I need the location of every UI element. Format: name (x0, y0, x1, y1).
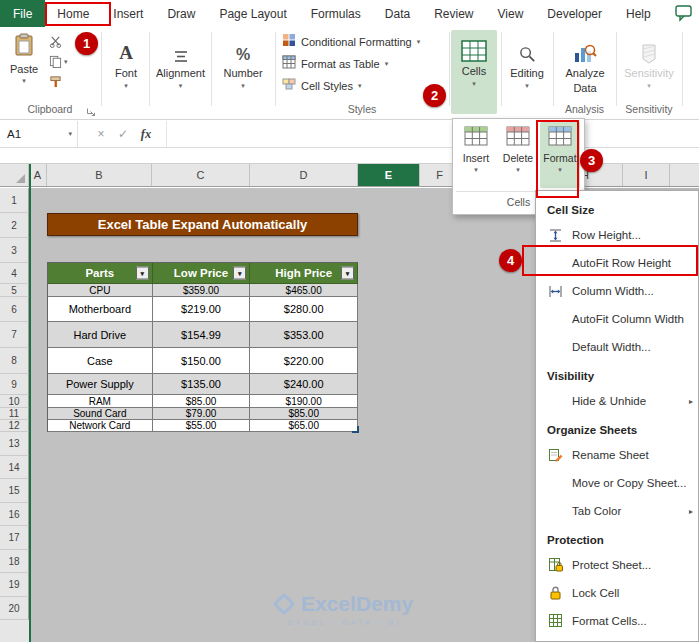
tab-insert[interactable]: Insert (101, 0, 155, 27)
table-cell[interactable]: $280.00 (250, 297, 358, 322)
menu-item-column-width[interactable]: Column Width... (536, 277, 698, 305)
menu-item-row-height[interactable]: Row Height... (536, 221, 698, 249)
table-cell[interactable]: $220.00 (250, 348, 358, 374)
cells-group-button[interactable]: Cells ▾ (451, 30, 497, 114)
row-header[interactable]: 16 (0, 503, 29, 526)
delete-button[interactable]: Delete ▾ (498, 122, 538, 188)
column-header[interactable]: A (29, 164, 47, 186)
menu-item-tab-color[interactable]: Tab Color ▸ (536, 497, 698, 525)
format-painter-button[interactable] (49, 74, 68, 89)
table-cell[interactable]: $353.00 (250, 322, 358, 348)
menu-item-default-width[interactable]: Default Width... (536, 333, 698, 361)
table-cell[interactable]: Hard Drive (48, 322, 153, 348)
table-cell[interactable]: $65.00 (250, 420, 358, 432)
tab-developer[interactable]: Developer (535, 0, 614, 27)
row-header[interactable]: 6 (0, 297, 29, 322)
table-cell[interactable]: $240.00 (250, 374, 358, 395)
tab-formulas[interactable]: Formulas (299, 0, 373, 27)
row-header[interactable]: 5 (0, 284, 29, 297)
filter-dropdown-icon[interactable]: ▾ (341, 267, 354, 280)
row-header[interactable]: 20 (0, 597, 29, 620)
analyze-data-button[interactable]: Analyze Data (555, 32, 615, 94)
column-header[interactable]: B (47, 164, 152, 186)
table-cell[interactable]: $135.00 (153, 374, 251, 395)
table-header-cell[interactable]: Low Price▾ (153, 263, 251, 284)
editing-group-button[interactable]: Editing ▾ (502, 32, 552, 90)
table-cell[interactable]: $190.00 (250, 395, 358, 408)
table-header-cell[interactable]: Parts▾ (48, 263, 153, 284)
number-group-button[interactable]: % Number ▾ (212, 32, 274, 90)
menu-item-autofit-column-width[interactable]: AutoFit Column Width (536, 305, 698, 333)
column-header[interactable]: I (623, 164, 670, 186)
table-cell[interactable]: RAM (48, 395, 153, 408)
column-header[interactable]: C (152, 164, 250, 186)
name-box[interactable]: A1 ▾ (0, 121, 78, 147)
table-cell[interactable]: $85.00 (153, 395, 251, 408)
menu-item-move-copy-sheet[interactable]: Move or Copy Sheet... (536, 469, 698, 497)
column-header[interactable]: D (250, 164, 358, 186)
tab-view[interactable]: View (486, 0, 536, 27)
insert-button[interactable]: Insert ▾ (456, 122, 496, 188)
insert-function-icon[interactable]: fx (134, 127, 158, 142)
tab-data[interactable]: Data (373, 0, 422, 27)
format-as-table-button[interactable]: Format as Table ▾ (282, 55, 388, 72)
table-cell[interactable]: Network Card (48, 420, 153, 432)
filter-dropdown-icon[interactable]: ▾ (233, 267, 246, 280)
row-header[interactable]: 11 (0, 408, 29, 420)
format-button[interactable]: Format ▾ (540, 122, 580, 188)
row-header[interactable]: 17 (0, 526, 29, 550)
row-header[interactable]: 3 (0, 238, 29, 263)
table-cell[interactable]: $359.00 (153, 284, 251, 297)
menu-item-lock-cell[interactable]: Lock Cell (536, 579, 698, 607)
row-header[interactable]: 4 (0, 263, 29, 284)
tab-review[interactable]: Review (422, 0, 485, 27)
cancel-icon[interactable]: × (90, 127, 112, 141)
column-header-selected[interactable]: E (358, 164, 420, 186)
row-header[interactable]: 7 (0, 322, 29, 348)
row-header[interactable]: 9 (0, 374, 29, 395)
font-group-button[interactable]: A Font ▾ (103, 32, 149, 90)
table-cell[interactable]: Power Supply (48, 374, 153, 395)
clipboard-dialog-launcher-icon[interactable] (86, 103, 97, 114)
row-header[interactable]: 10 (0, 395, 29, 408)
checkmark-icon[interactable]: ✓ (112, 127, 134, 141)
formula-input[interactable] (166, 121, 699, 147)
row-header[interactable]: 14 (0, 456, 29, 479)
row-header[interactable]: 15 (0, 479, 29, 503)
table-cell[interactable]: Case (48, 348, 153, 374)
menu-item-autofit-row-height[interactable]: AutoFit Row Height (536, 249, 698, 277)
table-cell[interactable]: $465.00 (250, 284, 358, 297)
table-cell[interactable]: Sound Card (48, 408, 153, 420)
table-header-cell[interactable]: High Price▾ (250, 263, 358, 284)
menu-item-hide-unhide[interactable]: Hide & Unhide ▸ (536, 387, 698, 415)
copy-button[interactable]: ▾ (49, 54, 68, 69)
table-cell[interactable]: $85.00 (250, 408, 358, 420)
table-cell[interactable]: CPU (48, 284, 153, 297)
alignment-group-button[interactable]: Alignment ▾ (150, 32, 211, 90)
cut-button[interactable] (49, 34, 68, 49)
table-cell[interactable]: $55.00 (153, 420, 251, 432)
tab-help[interactable]: Help (614, 0, 663, 27)
menu-item-format-cells[interactable]: Format Cells... (536, 607, 698, 635)
row-header[interactable]: 1 (0, 188, 29, 213)
row-header[interactable]: 2 (0, 213, 29, 238)
paste-button[interactable]: Paste ▾ (5, 31, 43, 103)
table-cell[interactable]: $79.00 (153, 408, 251, 420)
table-cell[interactable]: Motherboard (48, 297, 153, 322)
table-cell[interactable]: $150.00 (153, 348, 251, 374)
table-resize-handle[interactable] (352, 426, 359, 433)
select-all-corner[interactable] (0, 164, 29, 186)
row-header[interactable]: 12 (0, 420, 29, 432)
row-header[interactable]: 18 (0, 550, 29, 573)
tab-draw[interactable]: Draw (155, 0, 207, 27)
tab-file[interactable]: File (0, 0, 45, 27)
row-header[interactable]: 19 (0, 573, 29, 597)
conditional-formatting-button[interactable]: Conditional Formatting ▾ (282, 33, 420, 50)
table-cell[interactable]: $154.99 (153, 322, 251, 348)
cell-styles-button[interactable]: Cell Styles ▾ (282, 77, 361, 94)
table-cell[interactable]: $219.00 (153, 297, 251, 322)
comments-icon[interactable] (675, 5, 693, 26)
row-header[interactable]: 13 (0, 432, 29, 456)
filter-dropdown-icon[interactable]: ▾ (136, 267, 149, 280)
tab-home[interactable]: Home (45, 0, 101, 27)
